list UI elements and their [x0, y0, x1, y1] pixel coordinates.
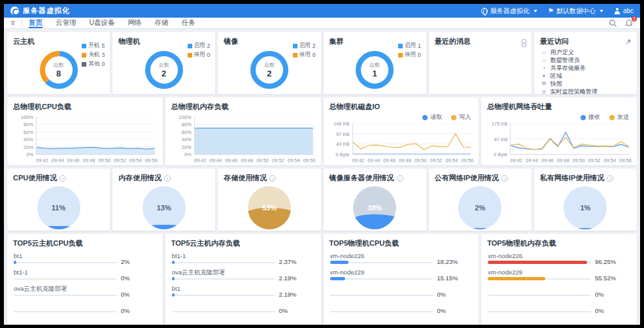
user-menu[interactable]: abc: [614, 7, 634, 14]
legend-item: 启用2: [188, 42, 211, 50]
divider: [22, 20, 22, 26]
search-icon[interactable]: [609, 19, 617, 27]
info-icon[interactable]: i: [269, 175, 276, 182]
menu-toggle-icon[interactable]: ≡: [10, 18, 15, 27]
username: abc: [623, 7, 634, 14]
tab-1[interactable]: 云管理: [56, 18, 76, 28]
tab-3[interactable]: 网络: [128, 18, 142, 28]
topbar: 服务器虚拟化 服务器虚拟化 ⚑ 默认数据中心 abc: [4, 4, 640, 18]
top5-value: 0%: [121, 323, 156, 325]
message-list-icon[interactable]: ≡: [522, 36, 526, 48]
plot-area: [352, 123, 471, 155]
card-title: 总物理机网络吞吐量: [481, 97, 637, 112]
info-icon[interactable]: i: [607, 175, 613, 182]
tab-0[interactable]: 首页: [29, 18, 42, 28]
summary-card-2: 镜像启用2停用0总数2: [218, 32, 320, 94]
trend-chart-card-1: 总物理机内存负载100%80%60%40%20%0%09:4209:4409:4…: [165, 97, 321, 165]
chart-area: 175 KB87 KB0 Byte: [486, 123, 629, 155]
visit-item[interactable]: ⧉快照: [541, 80, 630, 88]
legend-swatch: [398, 53, 403, 57]
visit-item-label: 区域: [551, 72, 562, 80]
visit-item[interactable]: ○用户定义: [541, 48, 630, 56]
navbar-right: 1: [609, 19, 634, 27]
x-tick: 09:48: [399, 157, 411, 163]
visit-item-label: 实时监控策略管理: [551, 88, 598, 94]
info-icon[interactable]: i: [59, 175, 66, 182]
info-icon[interactable]: i: [501, 175, 508, 182]
visit-item[interactable]: ⊙实时监控策略管理: [541, 88, 630, 94]
datacenter-menu[interactable]: ⚑ 默认数据中心: [548, 7, 603, 16]
tab-4[interactable]: 存储: [155, 18, 169, 28]
card-title: 存储使用情况i: [218, 169, 320, 183]
top5-value: 18.23%: [437, 258, 472, 265]
legend-dot: [581, 115, 586, 120]
card-title: 私有网络IP使用情况i: [534, 169, 637, 183]
top5-value: 0%: [437, 307, 472, 314]
gauge-title: 镜像服务器使用情况: [330, 173, 394, 183]
top5-value: 15.15%: [437, 274, 472, 282]
visit-item[interactable]: ⚭区域: [541, 72, 630, 80]
x-axis-labels: 09:4209:4409:4609:4809:5009:5209:5409:56: [352, 157, 474, 163]
top5-track: [330, 262, 433, 263]
card-title: TOP5云主机内存负载: [165, 234, 321, 248]
card-title: 总物理机内存负载: [165, 97, 321, 112]
top5-bar: [14, 261, 16, 264]
legend-swatch: [188, 53, 192, 57]
info-icon[interactable]: i: [164, 175, 171, 182]
legend-label: 写入: [459, 113, 471, 122]
total-label: 总数: [264, 61, 275, 69]
legend-swatch: [188, 44, 192, 48]
trend-chart-card-2: 总物理机磁盘IO读取写入146 KB97 KB49 KB0 Byte09:420…: [324, 97, 479, 165]
top5-value: 0%: [279, 323, 314, 325]
visit-item[interactable]: ○数据管理员: [541, 56, 630, 64]
chart-legend: 读取写入: [422, 113, 471, 122]
x-tick: 09:50: [98, 157, 110, 163]
x-tick: 09:56: [461, 157, 473, 163]
x-tick: 09:48: [557, 157, 569, 163]
region-menu[interactable]: 服务器虚拟化: [481, 7, 537, 16]
gauge-card-2: 存储使用情况i53%: [218, 169, 320, 231]
donut-chart: 总数2: [250, 51, 288, 89]
topbar-right: 服务器虚拟化 ⚑ 默认数据中心 abc: [481, 7, 634, 16]
x-axis-labels: 09:4209:4409:4609:4809:5009:5209:5409:56: [36, 157, 158, 163]
bell-icon[interactable]: 1: [625, 19, 634, 27]
card-title: CPU使用情况i: [7, 169, 110, 183]
legend-label: 启用: [299, 42, 311, 50]
region-label: 服务器虚拟化: [490, 7, 530, 16]
x-tick: 09:42: [36, 157, 48, 163]
y-tick: 60%: [182, 129, 192, 135]
donut-legend: 启用1停用0: [398, 42, 421, 59]
y-axis-labels: 175 KB87 KB0 Byte: [486, 121, 510, 157]
visit-item[interactable]: ◔共享存储服务: [541, 64, 630, 72]
top5-row: bt12.19%: [172, 285, 314, 301]
visit-item-label: 数据管理员: [551, 56, 580, 64]
legend-label: 启用: [405, 42, 416, 50]
pin-icon[interactable]: [624, 36, 632, 48]
top5-track: [330, 295, 433, 296]
x-tick: 09:54: [446, 157, 458, 163]
top5-bar: [488, 261, 587, 264]
gauge-value: 2%: [458, 186, 501, 229]
gauge-title: 私有网络IP使用情况: [540, 173, 604, 183]
trend-chart-card-3: 总物理机网络吞吐量接收发送175 KB87 KB0 Byte09:4209:44…: [481, 97, 637, 165]
top5-row: ova云主机克隆部署0%: [14, 285, 156, 301]
gauge-value: 13%: [143, 186, 186, 229]
x-tick: 09:46: [225, 157, 237, 163]
legend-item: 停用0: [398, 51, 421, 59]
donut-chart: 总数1: [356, 51, 394, 89]
list-icon: ≡: [522, 39, 526, 47]
liquid-gauge: 11%: [37, 186, 80, 229]
top5-value: 0%: [595, 291, 630, 298]
y-tick: 20%: [182, 144, 192, 150]
visit-item-icon: ⚭: [541, 73, 547, 79]
tab-2[interactable]: U盘设备: [90, 18, 115, 28]
top5-track: [14, 278, 117, 280]
tab-5[interactable]: 任务: [182, 18, 195, 28]
visit-item-label: 用户定义: [551, 48, 574, 56]
y-tick: 0 Byte: [494, 152, 507, 157]
y-tick: 100%: [179, 114, 192, 120]
info-icon[interactable]: i: [397, 175, 403, 182]
top5-row: 0%: [330, 318, 473, 325]
chart-area: 146 KB97 KB49 KB0 Byte: [329, 123, 471, 155]
donut-legend: 启用2停用0: [188, 42, 211, 59]
